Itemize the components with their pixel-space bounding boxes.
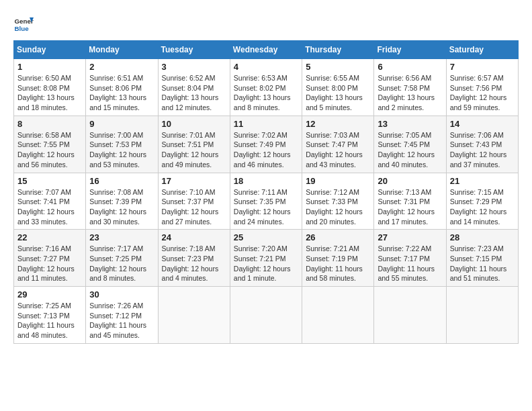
day-number: 23 [89,232,154,242]
calendar-cell: 6 Sunrise: 6:56 AMSunset: 7:58 PMDayligh… [374,59,446,116]
day-number: 3 [162,62,226,72]
calendar-cell: 30 Sunrise: 7:26 AMSunset: 7:12 PMDaylig… [86,287,158,344]
day-info: Sunrise: 7:15 AMSunset: 7:29 PMDaylight:… [450,187,515,227]
calendar-cell: 25 Sunrise: 7:20 AMSunset: 7:21 PMDaylig… [230,230,302,287]
calendar-table: SundayMondayTuesdayWednesdayThursdayFrid… [13,40,519,344]
day-number: 1 [17,62,82,72]
logo-icon: General Blue [13,13,34,34]
calendar-week-row: 15 Sunrise: 7:07 AMSunset: 7:41 PMDaylig… [14,173,519,230]
weekday-header-sunday: Sunday [14,41,86,59]
calendar-week-row: 8 Sunrise: 6:58 AMSunset: 7:55 PMDayligh… [14,116,519,173]
calendar-cell: 1 Sunrise: 6:50 AMSunset: 8:08 PMDayligh… [14,59,86,116]
calendar-cell: 20 Sunrise: 7:13 AMSunset: 7:31 PMDaylig… [374,173,446,230]
calendar-cell: 28 Sunrise: 7:23 AMSunset: 7:15 PMDaylig… [446,230,518,287]
calendar-cell: 16 Sunrise: 7:08 AMSunset: 7:39 PMDaylig… [86,173,158,230]
day-info: Sunrise: 7:01 AMSunset: 7:51 PMDaylight:… [162,130,226,170]
day-info: Sunrise: 7:21 AMSunset: 7:19 PMDaylight:… [306,244,370,283]
weekday-header-wednesday: Wednesday [230,41,302,59]
day-info: Sunrise: 6:56 AMSunset: 7:58 PMDaylight:… [378,73,442,113]
day-number: 15 [17,176,82,186]
day-number: 24 [162,232,226,242]
calendar-cell: 10 Sunrise: 7:01 AMSunset: 7:51 PMDaylig… [158,116,230,173]
svg-text:Blue: Blue [15,25,30,32]
day-number: 22 [17,232,82,242]
logo: General Blue [13,13,34,34]
day-info: Sunrise: 7:11 AMSunset: 7:35 PMDaylight:… [234,187,298,227]
weekday-header-thursday: Thursday [302,41,374,59]
day-number: 9 [89,119,154,129]
calendar-cell: 7 Sunrise: 6:57 AMSunset: 7:56 PMDayligh… [446,59,518,116]
day-info: Sunrise: 7:26 AMSunset: 7:12 PMDaylight:… [89,301,154,340]
calendar-cell: 13 Sunrise: 7:05 AMSunset: 7:45 PMDaylig… [374,116,446,173]
day-number: 30 [89,289,154,300]
day-number: 7 [450,62,515,72]
day-number: 18 [234,176,298,186]
day-info: Sunrise: 7:08 AMSunset: 7:39 PMDaylight:… [89,187,154,227]
weekday-header-monday: Monday [86,41,158,59]
day-info: Sunrise: 7:07 AMSunset: 7:41 PMDaylight:… [17,187,82,227]
day-number: 20 [378,176,442,186]
calendar-week-row: 1 Sunrise: 6:50 AMSunset: 8:08 PMDayligh… [14,59,519,116]
calendar-cell: 15 Sunrise: 7:07 AMSunset: 7:41 PMDaylig… [14,173,86,230]
calendar-cell: 14 Sunrise: 7:06 AMSunset: 7:43 PMDaylig… [446,116,518,173]
day-info: Sunrise: 7:02 AMSunset: 7:49 PMDaylight:… [234,130,298,170]
day-info: Sunrise: 7:23 AMSunset: 7:15 PMDaylight:… [450,244,515,283]
calendar-cell [302,287,374,344]
calendar-cell: 22 Sunrise: 7:16 AMSunset: 7:27 PMDaylig… [14,230,86,287]
calendar-cell: 2 Sunrise: 6:51 AMSunset: 8:06 PMDayligh… [86,59,158,116]
weekday-header-tuesday: Tuesday [158,41,230,59]
calendar-cell: 29 Sunrise: 7:25 AMSunset: 7:13 PMDaylig… [14,287,86,344]
day-number: 21 [450,176,515,186]
calendar-cell: 5 Sunrise: 6:55 AMSunset: 8:00 PMDayligh… [302,59,374,116]
day-info: Sunrise: 7:13 AMSunset: 7:31 PMDaylight:… [378,187,442,227]
weekday-header-row: SundayMondayTuesdayWednesdayThursdayFrid… [14,41,519,59]
day-info: Sunrise: 7:06 AMSunset: 7:43 PMDaylight:… [450,130,515,170]
day-info: Sunrise: 6:57 AMSunset: 7:56 PMDaylight:… [450,73,515,113]
day-info: Sunrise: 7:16 AMSunset: 7:27 PMDaylight:… [17,244,82,283]
day-info: Sunrise: 6:53 AMSunset: 8:02 PMDaylight:… [234,73,298,113]
day-number: 6 [378,62,442,72]
day-number: 16 [89,176,154,186]
day-number: 2 [89,62,154,72]
day-number: 28 [450,232,515,242]
day-info: Sunrise: 6:51 AMSunset: 8:06 PMDaylight:… [89,73,154,113]
calendar-cell [374,287,446,344]
day-info: Sunrise: 7:22 AMSunset: 7:17 PMDaylight:… [378,244,442,283]
calendar-cell: 23 Sunrise: 7:17 AMSunset: 7:25 PMDaylig… [86,230,158,287]
day-info: Sunrise: 7:25 AMSunset: 7:13 PMDaylight:… [17,301,82,340]
day-number: 13 [378,119,442,129]
calendar-cell: 17 Sunrise: 7:10 AMSunset: 7:37 PMDaylig… [158,173,230,230]
day-number: 17 [162,176,226,186]
page-header: General Blue [13,13,519,34]
calendar-cell: 8 Sunrise: 6:58 AMSunset: 7:55 PMDayligh… [14,116,86,173]
day-info: Sunrise: 6:50 AMSunset: 8:08 PMDaylight:… [17,73,82,113]
day-info: Sunrise: 7:03 AMSunset: 7:47 PMDaylight:… [306,130,370,170]
day-number: 4 [234,62,298,72]
calendar-cell: 9 Sunrise: 7:00 AMSunset: 7:53 PMDayligh… [86,116,158,173]
day-info: Sunrise: 7:00 AMSunset: 7:53 PMDaylight:… [89,130,154,170]
calendar-cell [446,287,518,344]
day-number: 5 [306,62,370,72]
weekday-header-saturday: Saturday [446,41,518,59]
calendar-cell [230,287,302,344]
calendar-cell: 21 Sunrise: 7:15 AMSunset: 7:29 PMDaylig… [446,173,518,230]
calendar-cell: 26 Sunrise: 7:21 AMSunset: 7:19 PMDaylig… [302,230,374,287]
day-number: 29 [17,289,82,300]
day-number: 19 [306,176,370,186]
calendar-cell [158,287,230,344]
day-number: 25 [234,232,298,242]
day-info: Sunrise: 7:20 AMSunset: 7:21 PMDaylight:… [234,244,298,283]
day-number: 27 [378,232,442,242]
day-info: Sunrise: 6:52 AMSunset: 8:04 PMDaylight:… [162,73,226,113]
calendar-cell: 24 Sunrise: 7:18 AMSunset: 7:23 PMDaylig… [158,230,230,287]
calendar-week-row: 22 Sunrise: 7:16 AMSunset: 7:27 PMDaylig… [14,230,519,287]
calendar-cell: 12 Sunrise: 7:03 AMSunset: 7:47 PMDaylig… [302,116,374,173]
calendar-cell: 18 Sunrise: 7:11 AMSunset: 7:35 PMDaylig… [230,173,302,230]
day-number: 11 [234,119,298,129]
calendar-cell: 19 Sunrise: 7:12 AMSunset: 7:33 PMDaylig… [302,173,374,230]
calendar-cell: 3 Sunrise: 6:52 AMSunset: 8:04 PMDayligh… [158,59,230,116]
day-info: Sunrise: 7:18 AMSunset: 7:23 PMDaylight:… [162,244,226,283]
day-info: Sunrise: 7:05 AMSunset: 7:45 PMDaylight:… [378,130,442,170]
day-info: Sunrise: 7:17 AMSunset: 7:25 PMDaylight:… [89,244,154,283]
calendar-cell: 11 Sunrise: 7:02 AMSunset: 7:49 PMDaylig… [230,116,302,173]
